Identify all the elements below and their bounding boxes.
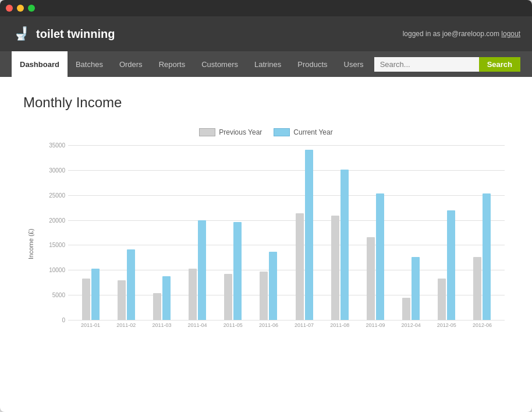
x-label: 2011-02 [109, 322, 143, 328]
user-info-text: logged in as joe@rareloop.com [403, 30, 499, 38]
bar-current-year [376, 193, 384, 320]
nav-customers[interactable]: Customers [193, 51, 246, 77]
chart-inner: 35000300002500020000150001000050000 2011… [39, 145, 505, 343]
y-label: 35000 [49, 142, 65, 149]
x-label: 2011-05 [217, 322, 250, 328]
page-content: Monthly Income Previous Year Current Yea… [0, 77, 532, 396]
bar-current-year [162, 276, 171, 320]
bar-current-year [305, 150, 313, 320]
bar-previous-year [438, 279, 446, 320]
page-title: Monthly Income [23, 94, 509, 111]
bar-current-year [127, 249, 135, 320]
bar-group [288, 150, 321, 320]
bar-group [466, 193, 499, 320]
bar-previous-year [296, 213, 304, 320]
bar-group [74, 269, 107, 320]
logo-area: 🚽 toilet twinning [12, 24, 115, 43]
bar-group [359, 193, 392, 320]
y-label: 5000 [52, 292, 65, 298]
bar-group [181, 220, 214, 320]
y-labels-area: 35000300002500020000150001000050000 [39, 145, 68, 320]
x-label: 2011-08 [323, 322, 356, 328]
bar-group [252, 252, 285, 320]
bar-current-year [483, 193, 491, 320]
bar-previous-year [189, 269, 197, 320]
maximize-btn[interactable] [28, 5, 35, 12]
nav-reports[interactable]: Reports [151, 51, 194, 77]
bar-current-year [341, 170, 349, 320]
grid-and-bars: 35000300002500020000150001000050000 [39, 145, 505, 320]
legend-prev-color [199, 128, 215, 136]
search-button[interactable]: Search [479, 57, 520, 72]
logout-link[interactable]: logout [501, 30, 520, 38]
nav-users[interactable]: Users [336, 51, 372, 77]
y-label: 10000 [49, 267, 65, 273]
bar-previous-year [82, 279, 90, 320]
chart-area: Income (£) 35000300002500020000150001000… [27, 145, 505, 343]
nav-products[interactable]: Products [289, 51, 335, 77]
header-user-info: logged in as joe@rareloop.com logout [403, 30, 520, 38]
legend-prev-label: Previous Year [219, 128, 262, 136]
bar-current-year [269, 252, 277, 320]
nav-latrines[interactable]: Latrines [246, 51, 289, 77]
minimize-btn[interactable] [17, 5, 24, 12]
bar-previous-year [153, 293, 161, 320]
bar-previous-year [118, 280, 126, 320]
x-labels: 2011-012011-022011-032011-042011-052011-… [39, 320, 505, 328]
search-input[interactable] [374, 57, 479, 72]
app-window: 🚽 toilet twinning logged in as joe@rarel… [0, 0, 532, 412]
titlebar [0, 0, 532, 16]
nav-orders[interactable]: Orders [111, 51, 151, 77]
nav-dashboard[interactable]: Dashboard [12, 51, 68, 77]
bar-previous-year [367, 237, 375, 320]
chart-legend: Previous Year Current Year [23, 128, 509, 136]
bar-previous-year [331, 216, 339, 320]
x-label: 2012-04 [395, 322, 428, 328]
bar-previous-year [260, 272, 268, 320]
x-label: 2012-05 [430, 322, 463, 328]
bar-previous-year [224, 274, 232, 320]
y-label: 20000 [49, 217, 65, 223]
bar-group [217, 222, 250, 320]
bar-previous-year [402, 298, 410, 320]
y-label: 0 [62, 317, 65, 323]
x-label: 2011-03 [145, 322, 178, 328]
bar-group [145, 276, 178, 320]
bar-group [430, 210, 463, 320]
bar-current-year [198, 220, 206, 320]
bar-current-year [412, 257, 420, 320]
bar-previous-year [473, 257, 481, 320]
x-label: 2011-06 [252, 322, 285, 328]
close-btn[interactable] [6, 5, 13, 12]
x-label: 2011-07 [288, 322, 321, 328]
x-label: 2011-09 [359, 322, 392, 328]
legend-prev: Previous Year [199, 128, 262, 136]
nav-batches[interactable]: Batches [68, 51, 111, 77]
x-label: 2011-04 [181, 322, 214, 328]
bar-current-year [91, 269, 100, 320]
legend-curr: Current Year [274, 128, 332, 136]
bar-group [109, 249, 143, 320]
y-label: 15000 [49, 242, 65, 248]
bars-area [68, 145, 505, 320]
legend-curr-color [274, 128, 290, 136]
bar-current-year [233, 222, 242, 320]
navbar: Dashboard Batches Orders Reports Custome… [0, 51, 532, 77]
chart-container: Income (£) 35000300002500020000150001000… [27, 145, 505, 378]
header: 🚽 toilet twinning logged in as joe@rarel… [0, 16, 532, 51]
x-label: 2011-01 [74, 322, 107, 328]
logo-text: toilet twinning [36, 27, 115, 41]
legend-curr-label: Current Year [293, 128, 332, 136]
y-label: 25000 [49, 192, 65, 198]
bar-group [395, 257, 428, 320]
logo-icon: 🚽 [12, 24, 30, 43]
y-axis-label: Income (£) [27, 145, 34, 343]
x-label: 2012-06 [466, 322, 499, 328]
bar-group [323, 170, 356, 320]
bar-current-year [447, 210, 455, 320]
y-label: 30000 [49, 167, 65, 173]
search-area: Search [374, 57, 520, 72]
